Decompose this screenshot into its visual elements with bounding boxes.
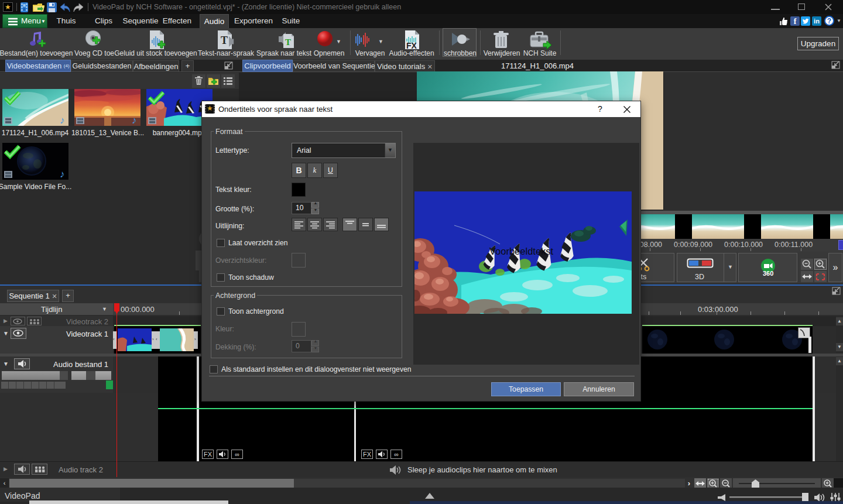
- svg-text:T: T: [221, 35, 228, 46]
- svg-text:T: T: [285, 37, 291, 47]
- svg-text:FX: FX: [406, 41, 417, 50]
- svg-text:Voorbeeldtekst: Voorbeeldtekst: [489, 246, 554, 256]
- svg-text:360: 360: [763, 270, 773, 277]
